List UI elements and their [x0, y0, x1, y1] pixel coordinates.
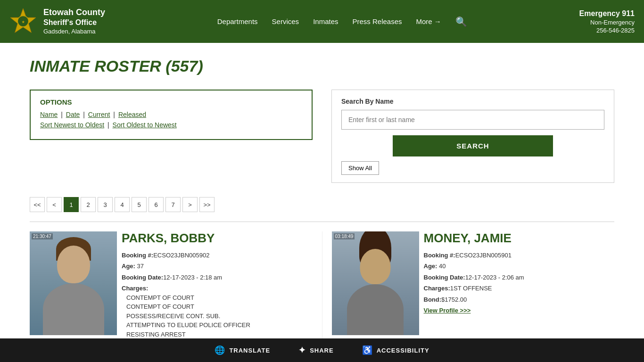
nav-inmates[interactable]: Inmates	[313, 17, 338, 25]
inmate-info-2: MONEY, JAMIE Booking #:ECSO23JBN005901 A…	[419, 231, 615, 314]
main-nav: Departments Services Inmates Press Relea…	[217, 16, 467, 27]
charges-list-1: CONTEMPT OF COURT CONTEMPT OF COURT POSS…	[122, 293, 308, 339]
sort-order-links: Sort Newest to Oldest | Sort Oldest to N…	[40, 121, 302, 129]
photo-timestamp-2: 03:18:49	[334, 233, 355, 239]
sort-by-links: Name | Date | Current | Released	[40, 111, 302, 118]
search-box: Search By Name SEARCH Show All	[331, 90, 614, 183]
filter-name-link[interactable]: Name	[40, 111, 58, 118]
site-header: ★ Etowah County Sheriff's Office Gadsden…	[0, 0, 644, 43]
share-button[interactable]: ✦ SHARE	[298, 345, 334, 355]
search-label: Search By Name	[341, 98, 604, 105]
page-2[interactable]: 2	[81, 197, 96, 212]
accessibility-icon: ♿	[362, 345, 373, 355]
head-shape-1	[57, 246, 90, 283]
filter-released-link[interactable]: Released	[118, 111, 146, 118]
booking-date-1: Booking Date:12-17-2023 - 2:18 am	[122, 273, 308, 282]
charge-item: CONTEMPT OF COURT	[122, 302, 308, 312]
filter-date-link[interactable]: Date	[66, 111, 80, 118]
nav-services[interactable]: Services	[272, 17, 299, 25]
content-divider	[30, 222, 614, 222]
inmate-name-2: MONEY, JAMIE	[424, 231, 610, 245]
options-title: OPTIONS	[40, 98, 302, 106]
booking-date-2: Booking Date:12-17-2023 - 2:06 am	[424, 273, 610, 282]
nav-press-releases[interactable]: Press Releases	[352, 17, 402, 25]
search-button[interactable]: SEARCH	[393, 135, 553, 156]
charge-item: POSSESS/RECEIVE CONT. SUB.	[122, 312, 308, 321]
view-profile-link-2[interactable]: View Profile >>>	[424, 307, 610, 314]
head-shape-2	[360, 249, 391, 284]
charges-2: Charges:1ST OFFENSE	[424, 284, 610, 293]
sort-newest-link[interactable]: Sort Newest to Oldest	[40, 121, 104, 129]
share-label: SHARE	[310, 347, 334, 354]
body-shape-1	[43, 283, 104, 335]
age-1: Age: 37	[122, 262, 308, 271]
header-title: Etowah County Sheriff's Office Gadsden, …	[43, 7, 105, 36]
translate-label: TRANSLATE	[229, 347, 270, 354]
bond-2: Bond:$1752.00	[424, 295, 610, 304]
translate-icon: 🌐	[215, 345, 225, 355]
page-4[interactable]: 4	[115, 197, 130, 212]
booking-num-2: Booking #:ECSO23JBN005901	[424, 251, 610, 260]
age-2: Age: 40	[424, 262, 610, 271]
non-emergency-label: Non-Emergency	[590, 19, 635, 26]
share-icon: ✦	[298, 345, 306, 355]
photo-timestamp-1: 21:30:47	[32, 233, 53, 239]
charges-1: Charges: CONTEMPT OF COURT CONTEMPT OF C…	[122, 284, 308, 339]
pagination: << < 1 2 3 4 5 6 7 > >>	[30, 197, 614, 212]
page-prev[interactable]: <	[47, 197, 62, 212]
page-next[interactable]: >	[182, 197, 198, 212]
header-brand: ★ Etowah County Sheriff's Office Gadsden…	[9, 7, 105, 36]
inmate-info-1: PARKS, BOBBY Booking #:ECSO23JBN005902 A…	[117, 231, 313, 341]
sort-oldest-link[interactable]: Sort Oldest to Newest	[113, 121, 177, 129]
inmate-name-1: PARKS, BOBBY	[122, 231, 308, 245]
body-shape-2	[347, 284, 404, 335]
inmate-card-1: 21:30:47 PARKS, BOBBY Booking #:ECSO23JB…	[30, 231, 322, 341]
inmate-photo-2: 03:18:49	[332, 231, 419, 335]
page-5[interactable]: 5	[132, 197, 147, 212]
filter-current-link[interactable]: Current	[88, 111, 110, 118]
sheriff-name: Sheriff's Office	[43, 18, 105, 28]
nav-search-button[interactable]: 🔍	[455, 16, 467, 27]
page-last[interactable]: >>	[199, 197, 215, 212]
non-emergency-number: 256-546-2825	[596, 27, 635, 34]
inmate-list: 21:30:47 PARKS, BOBBY Booking #:ECSO23JB…	[30, 231, 614, 341]
header-contact: Emergency 911 Non-Emergency 256-546-2825	[579, 9, 635, 34]
page-6[interactable]: 6	[149, 197, 164, 212]
org-name: Etowah County	[43, 7, 105, 18]
sheriff-badge-icon: ★	[9, 8, 37, 35]
booking-num-1: Booking #:ECSO23JBN005902	[122, 251, 308, 260]
main-content: INMATE ROSTER (557) OPTIONS Name | Date …	[11, 43, 633, 355]
inmate-photo-1: 21:30:47	[30, 231, 117, 335]
show-all-button[interactable]: Show All	[341, 161, 379, 175]
charge-item: CONTEMPT OF COURT	[122, 293, 308, 303]
charge-item: ATTEMPTING TO ELUDE POLICE OFFICER	[122, 321, 308, 330]
nav-departments[interactable]: Departments	[217, 17, 258, 25]
page-3[interactable]: 3	[98, 197, 113, 212]
options-box: OPTIONS Name | Date | Current | Released…	[30, 90, 313, 140]
accessibility-button[interactable]: ♿ ACCESSIBILITY	[362, 345, 429, 355]
translate-button[interactable]: 🌐 TRANSLATE	[215, 345, 270, 355]
nav-more[interactable]: More →	[416, 17, 441, 25]
org-location: Gadsden, Alabama	[43, 28, 105, 36]
emergency-label: Emergency 911	[579, 9, 635, 18]
footer-bar: 🌐 TRANSLATE ✦ SHARE ♿ ACCESSIBILITY	[0, 338, 644, 355]
inmate-card-2: 03:18:49 MONEY, JAMIE Booking #:ECSO23JB…	[322, 231, 615, 341]
charge-item: RESISTING ARREST	[122, 330, 308, 339]
options-area: OPTIONS Name | Date | Current | Released…	[30, 90, 614, 183]
svg-text:★: ★	[22, 20, 25, 24]
search-input[interactable]	[341, 110, 604, 130]
page-7[interactable]: 7	[165, 197, 181, 212]
page-first[interactable]: <<	[30, 197, 45, 212]
page-1[interactable]: 1	[64, 197, 79, 212]
accessibility-label: ACCESSIBILITY	[377, 347, 429, 354]
page-title: INMATE ROSTER (557)	[30, 57, 614, 75]
